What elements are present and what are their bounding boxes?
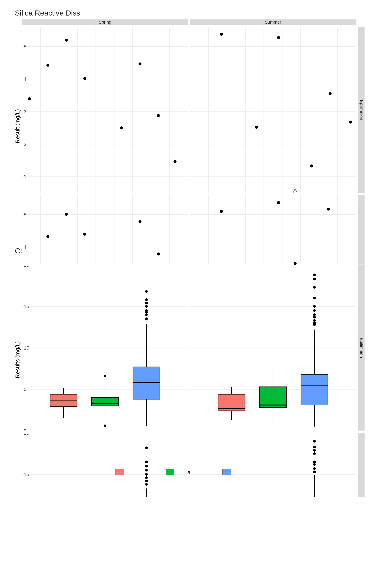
svg-point-65 bbox=[46, 235, 49, 238]
svg-point-118 bbox=[145, 317, 148, 320]
svg-point-124 bbox=[145, 298, 148, 301]
svg-rect-110 bbox=[92, 398, 118, 406]
svg-point-20 bbox=[138, 62, 142, 66]
svg-point-152 bbox=[313, 313, 316, 316]
svg-text:0: 0 bbox=[24, 428, 27, 431]
svg-text:10: 10 bbox=[24, 345, 29, 351]
svg-text:20: 20 bbox=[24, 265, 29, 268]
box-figure: Comparison with Network Data Results (mg… bbox=[13, 247, 365, 475]
svg-point-210 bbox=[313, 467, 316, 470]
svg-point-150 bbox=[313, 319, 316, 322]
box-panel-spring-epi: 05101520 bbox=[22, 265, 188, 431]
svg-point-16 bbox=[46, 64, 49, 67]
svg-point-151 bbox=[313, 316, 316, 319]
svg-point-17 bbox=[65, 39, 68, 42]
svg-point-185 bbox=[145, 461, 148, 463]
scatter-title: Silica Reactive Diss bbox=[15, 9, 365, 17]
box-row-epi: Epilimnion bbox=[358, 265, 365, 431]
svg-point-211 bbox=[313, 463, 316, 466]
svg-text:5: 5 bbox=[24, 386, 27, 392]
svg-point-46 bbox=[310, 164, 313, 168]
panel-spring-epi: 12345 bbox=[22, 27, 188, 193]
svg-point-48 bbox=[349, 120, 352, 124]
svg-point-18 bbox=[83, 77, 86, 80]
svg-point-112 bbox=[104, 375, 106, 377]
svg-point-121 bbox=[145, 309, 148, 312]
svg-text:4: 4 bbox=[24, 244, 27, 250]
svg-point-69 bbox=[138, 220, 142, 223]
svg-point-209 bbox=[313, 470, 316, 473]
svg-point-214 bbox=[313, 449, 316, 452]
svg-point-15 bbox=[28, 97, 31, 100]
svg-text:5: 5 bbox=[24, 212, 27, 217]
svg-point-183 bbox=[145, 469, 148, 471]
panel-summer-epi bbox=[190, 27, 356, 193]
svg-point-154 bbox=[313, 305, 316, 307]
svg-point-122 bbox=[145, 305, 148, 307]
svg-point-182 bbox=[145, 473, 148, 476]
box-ylab: Results (mg/L) bbox=[13, 257, 22, 462]
legend-swatch-green bbox=[166, 469, 174, 475]
svg-point-179 bbox=[145, 483, 148, 486]
svg-point-95 bbox=[294, 262, 297, 265]
box-panel-summer-epi bbox=[190, 265, 356, 431]
svg-text:20: 20 bbox=[24, 433, 29, 436]
svg-point-19 bbox=[120, 126, 123, 130]
svg-point-119 bbox=[145, 313, 148, 316]
svg-point-45 bbox=[277, 36, 280, 39]
svg-point-156 bbox=[313, 286, 316, 289]
svg-point-213 bbox=[313, 452, 316, 455]
svg-rect-142 bbox=[259, 387, 286, 408]
svg-point-186 bbox=[145, 446, 148, 449]
svg-point-158 bbox=[313, 273, 316, 276]
svg-text:15: 15 bbox=[24, 471, 29, 477]
svg-point-66 bbox=[65, 213, 68, 216]
svg-point-92 bbox=[220, 210, 223, 213]
svg-point-22 bbox=[174, 160, 176, 163]
row-strip-epi: Epilimnion bbox=[358, 27, 365, 193]
svg-text:15: 15 bbox=[24, 303, 29, 309]
svg-point-216 bbox=[313, 440, 316, 442]
svg-point-125 bbox=[145, 290, 148, 293]
svg-point-21 bbox=[157, 114, 160, 117]
scatter-ylab: Result (mg/L) bbox=[13, 19, 22, 233]
svg-point-212 bbox=[313, 461, 316, 463]
col-strip-summer: Summer bbox=[190, 19, 356, 25]
svg-point-155 bbox=[313, 297, 316, 299]
legend-swatch-blue bbox=[222, 469, 231, 475]
svg-point-67 bbox=[83, 233, 86, 236]
box-panel-summer-hypo bbox=[190, 433, 356, 497]
svg-point-180 bbox=[145, 480, 148, 482]
svg-point-94 bbox=[277, 201, 280, 204]
svg-point-153 bbox=[313, 309, 316, 312]
svg-point-149 bbox=[313, 321, 316, 324]
svg-point-123 bbox=[145, 302, 148, 304]
svg-point-113 bbox=[104, 424, 106, 427]
svg-point-157 bbox=[313, 278, 316, 280]
svg-point-70 bbox=[157, 253, 160, 255]
box-row-hypo: Hypolimnion bbox=[358, 433, 365, 497]
svg-point-43 bbox=[220, 33, 223, 36]
col-strip-spring: Spring bbox=[22, 19, 188, 25]
svg-text:1: 1 bbox=[24, 174, 27, 179]
svg-point-184 bbox=[145, 465, 148, 468]
legend-swatch-red bbox=[116, 469, 124, 475]
svg-point-44 bbox=[255, 126, 258, 129]
svg-text:4: 4 bbox=[24, 76, 27, 82]
svg-text:3: 3 bbox=[24, 109, 27, 114]
svg-text:2: 2 bbox=[24, 141, 27, 147]
svg-point-215 bbox=[313, 446, 316, 448]
scatter-figure: Silica Reactive Diss Result (mg/L) Sprin… bbox=[13, 9, 365, 233]
svg-point-47 bbox=[329, 92, 332, 95]
box-panel-spring-hypo: 05101520 bbox=[22, 433, 188, 497]
svg-text:5: 5 bbox=[24, 44, 27, 49]
svg-point-181 bbox=[145, 476, 148, 479]
svg-rect-146 bbox=[301, 374, 328, 405]
svg-point-97 bbox=[327, 208, 330, 211]
